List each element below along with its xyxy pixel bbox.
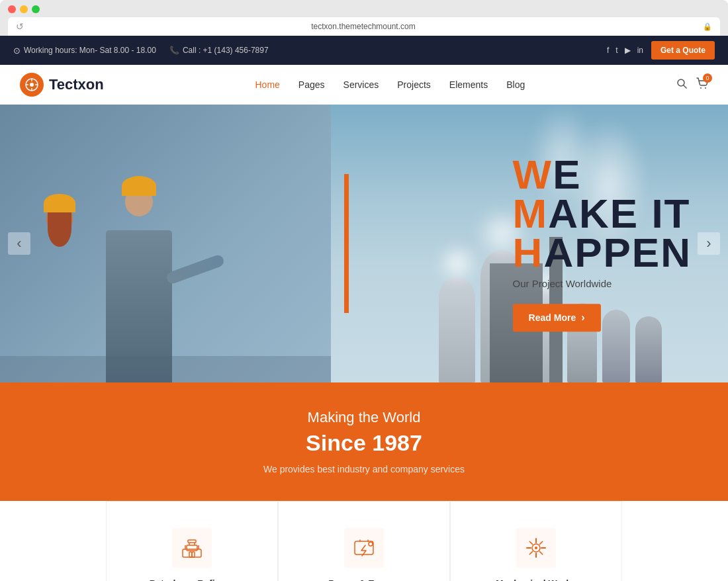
nav-link-blog[interactable]: Blog [506,79,525,90]
nav-links: Home Pages Services Projects Elements Bl… [255,79,525,91]
hero-appen-text: APPEN [543,230,692,275]
browser-dot-red [8,5,16,13]
logo[interactable]: Tectxon [20,73,104,97]
twitter-icon[interactable]: t [615,46,617,55]
logo-icon [20,73,44,97]
linkedin-icon[interactable]: in [637,46,643,55]
clock-icon: ⊙ [13,46,21,56]
hero-section: WE MAKE IT HAPPEN Our Project Worldwide … [0,105,728,382]
hero-accent-bar [344,174,349,313]
svg-point-8 [700,87,702,89]
banner-title: Since 1987 [13,430,715,456]
facebook-icon[interactable]: f [607,46,609,55]
browser-ssl-icon: 🔒 [703,22,712,31]
browser-dot-green [32,5,40,13]
nav-item-projects[interactable]: Projects [397,79,431,91]
service-card-petroleum[interactable]: Petroleum Refinery [106,501,278,581]
service-icon-power [344,528,384,568]
svg-point-1 [30,83,34,87]
browser-refresh-icon[interactable]: ↺ [16,21,24,32]
hero-heading: WE MAKE IT HAPPEN [513,156,692,273]
service-name-petroleum: Petroleum Refinery [120,578,264,581]
phone-info: 📞 Call : +1 (143) 456-7897 [169,46,269,55]
hero-h-letter: H [513,230,544,275]
hero-subtitle: Our Project Worldwide [513,278,692,289]
slider-prev-button[interactable]: ‹ [8,232,30,255]
top-bar-right: f t ▶ in Get a Quote [607,41,715,60]
service-card-mechanical[interactable]: Mechanical Works [450,501,622,581]
nav-item-blog[interactable]: Blog [506,79,525,91]
service-card-power[interactable]: Power & Energy [278,501,450,581]
banner-subtitle: Making the World [13,409,715,426]
nav-link-services[interactable]: Services [343,79,379,90]
svg-line-7 [684,85,686,88]
search-icon[interactable] [676,78,687,91]
get-quote-button[interactable]: Get a Quote [651,41,715,60]
service-name-mechanical: Mechanical Works [464,578,608,581]
nav-item-elements[interactable]: Elements [449,79,488,91]
slider-next-button[interactable]: › [698,232,720,255]
working-hours: ⊙ Working hours: Mon- Sat 8.00 - 18.00 [13,46,156,56]
nav-link-elements[interactable]: Elements [449,79,488,90]
nav-item-pages[interactable]: Pages [298,79,325,91]
read-more-text: Read More [529,312,576,323]
phone-icon: 📞 [169,46,179,55]
worker-2-arm [165,253,226,285]
nav-link-home[interactable]: Home [255,79,280,90]
service-icon-petroleum [172,528,212,568]
worker-1-helmet [44,194,75,212]
nav-link-pages[interactable]: Pages [298,79,325,90]
svg-point-16 [369,542,373,546]
read-more-button[interactable]: Read More › [513,304,601,332]
cart-badge: 0 [703,73,712,83]
service-icon-mechanical [516,528,556,568]
nav-icons: 0 [676,77,708,92]
top-bar-left: ⊙ Working hours: Mon- Sat 8.00 - 18.00 📞… [13,46,269,56]
working-hours-text: Working hours: Mon- Sat 8.00 - 18.00 [24,46,156,55]
social-links: f t ▶ in [607,46,643,55]
browser-url: tectxon.themetechmount.com [29,22,698,31]
services-section: Petroleum Refinery Power & Energy [0,501,728,581]
navbar: Tectxon Home Pages Services Projects Ele… [0,65,728,105]
phone-text: Call : +1 (143) 456-7897 [183,46,269,55]
cart-icon[interactable]: 0 [696,77,708,92]
svg-rect-11 [187,545,197,551]
worker-2-helmet [122,176,156,196]
banner-section: Making the World Since 1987 We provides … [0,382,728,501]
nav-item-home[interactable]: Home [255,79,280,91]
svg-point-18 [535,547,537,549]
top-bar: ⊙ Working hours: Mon- Sat 8.00 - 18.00 📞… [0,36,728,65]
service-name-power: Power & Energy [292,578,436,581]
hero-content: WE MAKE IT HAPPEN Our Project Worldwide … [513,156,692,332]
svg-rect-14 [192,552,195,557]
nav-link-projects[interactable]: Projects [397,79,431,90]
logo-text: Tectxon [49,76,104,93]
steam-1 [444,250,471,277]
youtube-icon[interactable]: ▶ [625,46,631,55]
ground [0,356,331,382]
read-more-arrow: › [581,312,584,324]
svg-point-9 [705,87,706,89]
banner-description: We provides best industry and company se… [13,464,715,474]
workers-background [0,105,331,382]
worker-1-hair [48,210,71,247]
tower-1 [439,277,475,382]
svg-rect-12 [188,540,196,543]
nav-item-services[interactable]: Services [343,79,379,91]
browser-dot-yellow [20,5,28,13]
